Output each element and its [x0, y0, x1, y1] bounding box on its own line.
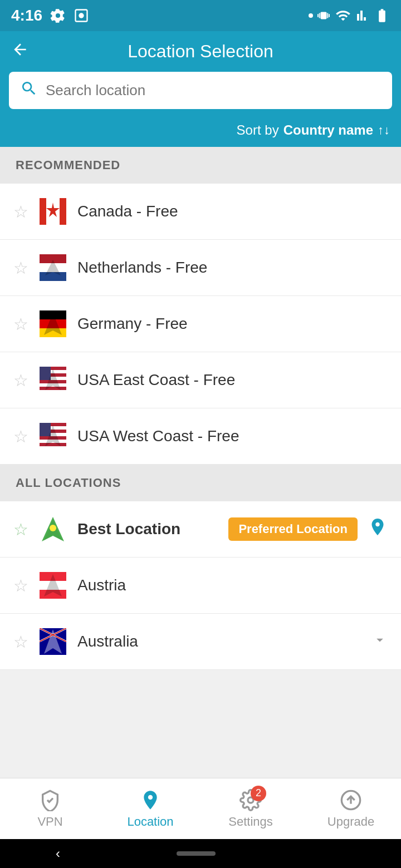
recorder-icon: [74, 8, 89, 23]
nav-settings[interactable]: 2 Settings: [200, 778, 301, 839]
location-name-austria: Austria: [77, 576, 388, 594]
svg-rect-25: [40, 423, 51, 436]
page-title: Location Selection: [128, 41, 273, 62]
location-name-australia: Australia: [77, 633, 362, 650]
vibrate-icon: [317, 8, 330, 23]
star-button-austria[interactable]: ☆: [13, 576, 28, 595]
bottom-nav: VPN Location 2 Settings Upgrade: [0, 778, 401, 839]
list-item[interactable]: ☆ Australia: [0, 614, 401, 670]
star-button-australia[interactable]: ☆: [13, 632, 28, 652]
android-nav-bar: ‹: [0, 839, 401, 868]
sort-by-label: Sort by: [237, 122, 279, 138]
location-name-best: Best Location: [77, 520, 218, 538]
flag-netherlands: [38, 253, 67, 282]
svg-point-29: [50, 525, 56, 531]
star-button-best[interactable]: ☆: [13, 520, 28, 539]
recommended-section-header: RECOMMENDED: [0, 147, 401, 184]
android-home-indicator: [177, 851, 216, 856]
location-name-canada: Canada - Free: [77, 203, 388, 220]
svg-rect-18: [40, 367, 51, 380]
search-box: [9, 72, 392, 109]
search-container: [0, 72, 401, 117]
settings-badge: 2: [251, 786, 266, 801]
location-name-germany: Germany - Free: [77, 315, 388, 333]
chevron-down-icon: [372, 632, 388, 652]
settings-icon: [50, 8, 66, 23]
star-button-germany[interactable]: ☆: [13, 314, 28, 334]
flag-best: [38, 515, 67, 544]
sort-arrows-icon[interactable]: ↑↓: [378, 123, 390, 137]
all-locations-section-header: ALL LOCATIONS: [0, 465, 401, 501]
flag-usa-east: [38, 366, 67, 394]
status-time: 4:16: [11, 7, 42, 24]
svg-rect-7: [40, 272, 66, 281]
svg-rect-17: [40, 390, 66, 393]
list-item[interactable]: ☆ Best Location Preferred Location: [0, 501, 401, 558]
list-item[interactable]: ☆ Germany - Free: [0, 296, 401, 352]
back-button[interactable]: [11, 41, 29, 63]
location-name-netherlands: Netherlands - Free: [77, 259, 388, 277]
nav-settings-label: Settings: [228, 815, 273, 829]
nav-upgrade-label: Upgrade: [327, 815, 374, 829]
preferred-location-badge: Preferred Location: [228, 517, 358, 541]
location-pin-icon: [139, 789, 162, 811]
star-button-canada[interactable]: ☆: [13, 202, 28, 221]
star-button-netherlands[interactable]: ☆: [13, 258, 28, 278]
flag-usa-west: [38, 422, 67, 451]
flag-canada: [38, 197, 67, 226]
nav-vpn-label: VPN: [37, 815, 62, 829]
sort-bar: Sort by Country name ↑↓: [0, 117, 401, 147]
shield-icon: [39, 789, 61, 811]
signal-dot: [309, 13, 313, 18]
nav-location-label: Location: [127, 815, 173, 829]
svg-point-1: [79, 13, 84, 18]
flag-australia: [38, 627, 67, 656]
list-item[interactable]: ☆ USA West Coast - Free: [0, 408, 401, 465]
status-bar: 4:16: [0, 0, 401, 31]
location-name-usa-west: USA West Coast - Free: [77, 427, 388, 445]
list-item[interactable]: ☆ Austria: [0, 558, 401, 614]
nav-location[interactable]: Location: [100, 778, 200, 839]
search-icon: [20, 80, 38, 101]
svg-rect-24: [40, 446, 66, 450]
star-button-usa-east[interactable]: ☆: [13, 371, 28, 390]
upload-icon: [340, 789, 362, 811]
list-item[interactable]: ☆ USA East Coast - Free: [0, 352, 401, 408]
flag-austria: [38, 571, 67, 600]
battery-icon: [374, 8, 390, 23]
location-pin-icon: [368, 517, 388, 541]
nav-vpn[interactable]: VPN: [0, 778, 100, 839]
flag-germany: [38, 309, 67, 338]
nav-upgrade[interactable]: Upgrade: [301, 778, 401, 839]
star-button-usa-west[interactable]: ☆: [13, 427, 28, 446]
wifi-icon: [334, 8, 352, 23]
signal-icon: [356, 8, 370, 23]
list-item[interactable]: ☆ Canada - Free: [0, 184, 401, 240]
search-input[interactable]: [46, 82, 381, 99]
header: Location Selection: [0, 31, 401, 72]
location-name-usa-east: USA East Coast - Free: [77, 371, 388, 389]
sort-value[interactable]: Country name: [283, 122, 373, 138]
list-item[interactable]: ☆ Netherlands - Free: [0, 240, 401, 296]
android-back-button[interactable]: ‹: [56, 846, 60, 861]
